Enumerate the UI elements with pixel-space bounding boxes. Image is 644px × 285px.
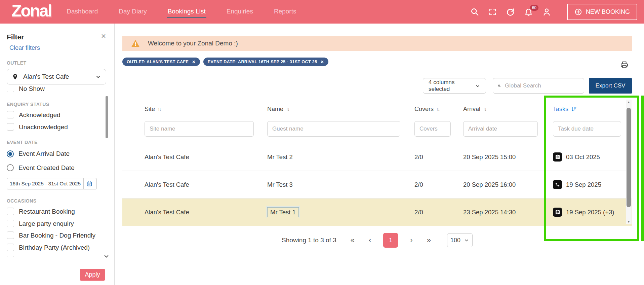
first-page-button[interactable]: « — [349, 236, 357, 245]
column-header-tasks-sorted[interactable]: Tasks — [553, 106, 632, 113]
scroll-up-icon[interactable]: ▲ — [626, 100, 632, 104]
checkbox-restaurant-booking[interactable]: Restaurant Booking — [7, 208, 106, 216]
guest-name-filter-input[interactable] — [267, 121, 400, 137]
radio-selected[interactable] — [7, 150, 14, 157]
clipboard-task-icon[interactable] — [553, 208, 562, 217]
checkbox-large-party-enquiry[interactable]: Large party enquiry — [7, 220, 106, 228]
checkbox-bar-booking-dog-friendly[interactable]: Bar Booking - Dog Friendly — [7, 231, 106, 240]
clear-filters-link[interactable]: Clear filters — [9, 44, 40, 51]
table-controls: 4 columns selected Export CSV — [115, 78, 632, 94]
new-booking-button[interactable]: NEW BOOKING — [567, 4, 637, 20]
outlet-select[interactable]: Alan's Test Cafe — [7, 69, 106, 84]
checkbox-box[interactable] — [7, 256, 14, 257]
checkbox-acknowledged[interactable]: Acknowledged — [7, 111, 106, 119]
table-row[interactable]: Alan's Test Cafe Mr Test 2 2/0 20 Sep 20… — [122, 143, 632, 171]
sort-descending-icon[interactable] — [571, 106, 577, 112]
cell-site: Alan's Test Cafe — [145, 153, 267, 161]
cell-name: Mr Test 1 — [267, 209, 414, 216]
column-header-name[interactable]: Name ↑↓ — [267, 106, 414, 113]
print-icon[interactable] — [620, 61, 629, 70]
current-page-button[interactable]: 1 — [383, 233, 398, 248]
checkbox-no-show[interactable]: No Show — [7, 86, 106, 93]
fullscreen-icon[interactable] — [488, 8, 497, 16]
chip-outlet[interactable]: OUTLET: ALAN'S TEST CAFE ✕ — [122, 58, 200, 66]
task-due-date-filter-input[interactable] — [553, 121, 621, 137]
column-header-covers[interactable]: Covers ↑↓ — [414, 106, 463, 113]
checkbox-box[interactable] — [7, 244, 14, 251]
next-page-button[interactable]: › — [408, 236, 414, 245]
checkbox-birthday-party-archived[interactable]: Birthday Party (Archived) — [7, 244, 106, 252]
radio-event-created-date[interactable]: Event Created Date — [7, 164, 106, 172]
radio-unselected[interactable] — [7, 164, 14, 171]
cell-task: 03 Oct 2025 — [553, 152, 632, 162]
close-filter-icon[interactable]: ✕ — [101, 33, 106, 39]
columns-selected-dropdown[interactable]: 4 columns selected — [423, 78, 486, 94]
nav-bookings-list[interactable]: Bookings List — [167, 6, 206, 18]
cell-arrival: 23 Sep 2025 14:30 — [463, 209, 553, 216]
chevron-down-icon — [464, 238, 469, 243]
radio-event-arrival-date[interactable]: Event Arrival Date — [7, 150, 106, 158]
sort-icon[interactable]: ↑↓ — [286, 107, 289, 112]
cell-arrival: 20 Sep 2025 16:00 — [463, 181, 553, 188]
nav-dashboard[interactable]: Dashboard — [66, 6, 98, 18]
cell-covers: 2/0 — [414, 209, 463, 216]
checkbox-box[interactable] — [7, 208, 14, 215]
notifications-bell-icon[interactable]: 60 — [524, 7, 533, 16]
last-page-button[interactable]: » — [425, 236, 433, 245]
plus-circle-icon — [574, 8, 582, 16]
sort-icon[interactable]: ↑↓ — [436, 107, 439, 112]
previous-page-button[interactable]: ‹ — [367, 236, 373, 245]
warning-icon — [131, 39, 140, 47]
table-scrollbar[interactable]: ▲ ▼ — [626, 100, 632, 224]
main-nav: Dashboard Day Diary Bookings List Enquir… — [66, 0, 297, 24]
cell-site: Alan's Test Cafe — [145, 209, 267, 216]
checkbox-box[interactable] — [7, 86, 14, 92]
phone-task-icon[interactable] — [553, 180, 562, 189]
arrival-date-filter-input[interactable] — [463, 121, 538, 137]
sidebar-scrollbar-thumb[interactable] — [106, 96, 108, 138]
page-size-dropdown[interactable]: 100 — [447, 233, 473, 247]
chip-event-date[interactable]: EVENT DATE: ARRIVAL 16TH SEP 25 - 31ST O… — [203, 58, 328, 66]
checkbox-box[interactable] — [7, 231, 14, 239]
nav-enquiries[interactable]: Enquiries — [226, 6, 254, 18]
scroll-down-icon[interactable]: ▼ — [626, 220, 632, 223]
checkbox-box[interactable] — [7, 111, 14, 118]
clipboard-task-icon[interactable] — [553, 152, 562, 162]
remove-chip-icon[interactable]: ✕ — [321, 60, 324, 64]
sidebar-scroll-down-icon[interactable] — [103, 253, 110, 261]
guest-name-link[interactable]: Mr Test 1 — [267, 207, 299, 217]
pagination-summary: Showing 1 to 3 of 3 — [282, 237, 336, 244]
column-header-arrival[interactable]: Arrival ↑↓ — [463, 106, 553, 113]
search-icon — [498, 82, 501, 89]
cell-name[interactable]: Mr Test 2 — [267, 153, 414, 161]
sort-icon[interactable]: ↑↓ — [483, 107, 486, 112]
table-row[interactable]: Alan's Test Cafe Mr Test 3 2/0 20 Sep 20… — [122, 171, 632, 199]
covers-filter-input[interactable] — [414, 121, 451, 137]
refresh-icon[interactable] — [506, 7, 515, 16]
nav-day-diary[interactable]: Day Diary — [118, 6, 147, 18]
global-search-input[interactable] — [505, 82, 579, 89]
cell-task: 19 Sep 2025 — [553, 180, 632, 189]
date-range-input[interactable]: 16th Sep 2025 - 31st Oct 2025 — [7, 178, 97, 189]
apply-filters-button[interactable]: Apply — [80, 269, 105, 281]
zonal-logo[interactable]: Zonal — [11, 1, 51, 21]
search-icon[interactable] — [470, 7, 479, 16]
user-profile-icon[interactable] — [542, 7, 551, 16]
column-header-site[interactable]: Site ↑↓ — [145, 106, 267, 113]
sort-icon[interactable]: ↑↓ — [158, 107, 161, 112]
checkbox-box[interactable] — [7, 220, 14, 227]
table-filter-row — [122, 117, 632, 143]
remove-chip-icon[interactable]: ✕ — [192, 60, 195, 64]
cell-name[interactable]: Mr Test 3 — [267, 181, 414, 188]
checkbox-box[interactable] — [7, 123, 14, 131]
table-scrollbar-thumb[interactable] — [627, 108, 631, 207]
site-filter-input[interactable] — [145, 121, 254, 137]
cell-task: 19 Sep 2025 (+3) — [553, 208, 632, 217]
enquiry-status-label: ENQUIRY STATUS — [7, 102, 106, 107]
calendar-icon[interactable] — [83, 178, 96, 189]
table-row-highlighted[interactable]: Alan's Test Cafe Mr Test 1 2/0 23 Sep 20… — [122, 199, 632, 226]
export-csv-button[interactable]: Export CSV — [589, 78, 632, 94]
nav-reports[interactable]: Reports — [273, 6, 297, 18]
checkbox-corporate-booking-all-day[interactable]: Corporate Booking - All Day Hire 9am-5pm — [7, 256, 106, 257]
checkbox-unacknowledged[interactable]: Unacknowledged — [7, 123, 106, 131]
